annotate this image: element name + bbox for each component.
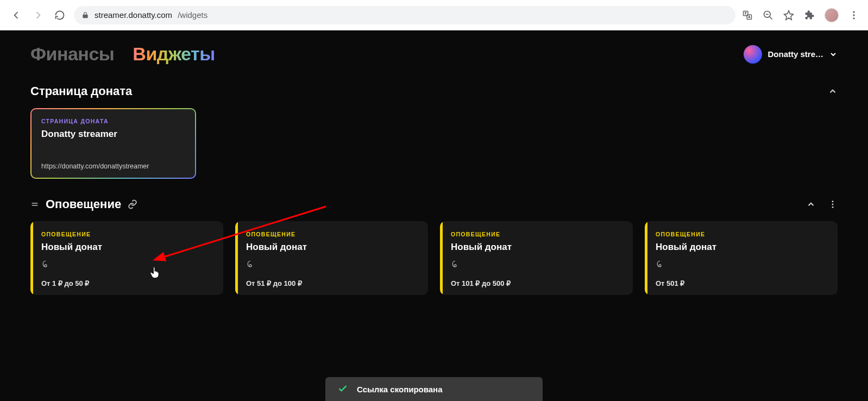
main-tabs: Финансы Виджеты [30, 43, 215, 65]
alert-card-title: Новый донат [656, 242, 827, 253]
copy-link-icon[interactable] [128, 199, 137, 209]
svg-point-7 [832, 204, 834, 205]
more-menu-icon[interactable] [828, 199, 838, 209]
browser-back-button[interactable] [9, 8, 24, 23]
drag-handle-icon[interactable] [30, 200, 39, 209]
donation-section-header: Страница доната [30, 84, 838, 98]
alert-card-range: От 1 ₽ до 50 ₽ [41, 279, 212, 287]
alert-cards-row: ОПОВЕЩЕНИЕ Новый донат От 1 ₽ до 50 ₽ ОП… [30, 221, 838, 295]
svg-point-6 [832, 200, 834, 202]
tab-widgets[interactable]: Виджеты [133, 43, 215, 65]
alert-card-title: Новый донат [41, 242, 212, 253]
donation-card-eyebrow: СТРАНИЦА ДОНАТА [41, 118, 185, 124]
toast-link-copied: Ссылка скопирована [325, 377, 543, 401]
zoom-out-icon[interactable] [763, 10, 773, 21]
donatty-icon [656, 260, 827, 271]
top-nav: Финансы Виджеты Donatty stre… [30, 43, 838, 65]
donatty-icon [451, 260, 622, 271]
extensions-icon[interactable] [804, 10, 815, 21]
alert-card[interactable]: ОПОВЕЩЕНИЕ Новый донат От 51 ₽ до 100 ₽ [235, 221, 428, 295]
alert-card-title: Новый донат [451, 242, 622, 253]
alert-section-title: Оповещение [46, 197, 121, 211]
alert-card-eyebrow: ОПОВЕЩЕНИЕ [246, 231, 417, 237]
lock-icon [81, 11, 89, 19]
donation-card-url: https://donatty.com/donattystreamer [41, 162, 185, 170]
alert-card[interactable]: ОПОВЕЩЕНИЕ Новый донат От 1 ₽ до 50 ₽ [30, 221, 223, 295]
browser-chrome: streamer.donatty.com/widgets [0, 0, 868, 30]
svg-point-4 [853, 14, 854, 16]
browser-url-bar[interactable]: streamer.donatty.com/widgets [74, 6, 735, 24]
browser-right-icons [742, 8, 859, 22]
toast-message: Ссылка скопирована [357, 385, 443, 394]
svg-point-8 [832, 206, 834, 208]
url-host: streamer.donatty.com [95, 10, 172, 20]
collapse-icon[interactable] [828, 86, 838, 96]
alert-card[interactable]: ОПОВЕЩЕНИЕ Новый донат От 101 ₽ до 500 ₽ [440, 221, 633, 295]
alert-card-eyebrow: ОПОВЕЩЕНИЕ [41, 231, 212, 237]
donatty-icon [41, 260, 212, 271]
alert-card-range: От 101 ₽ до 500 ₽ [451, 279, 622, 287]
collapse-icon[interactable] [806, 199, 816, 209]
star-icon[interactable] [783, 10, 794, 21]
donatty-icon [246, 260, 417, 271]
tab-finances[interactable]: Финансы [30, 43, 114, 65]
svg-point-3 [853, 11, 854, 12]
alert-card-range: От 51 ₽ до 100 ₽ [246, 279, 417, 287]
browser-reload-button[interactable] [52, 8, 67, 23]
donation-page-card[interactable]: СТРАНИЦА ДОНАТА Donatty streamer https:/… [30, 108, 196, 179]
alert-card-title: Новый донат [246, 242, 417, 253]
svg-point-5 [853, 17, 854, 19]
donation-card-title: Donatty streamer [41, 129, 185, 140]
alert-card-range: От 501 ₽ [656, 279, 827, 287]
alert-card[interactable]: ОПОВЕЩЕНИЕ Новый донат От 501 ₽ [645, 221, 838, 295]
browser-forward-button[interactable] [30, 8, 46, 23]
translate-icon[interactable] [742, 10, 753, 21]
user-avatar [744, 45, 762, 64]
user-menu[interactable]: Donatty stre… [744, 45, 838, 64]
browser-profile-avatar[interactable] [825, 8, 839, 22]
check-icon [337, 383, 348, 396]
donation-section-title: Страница доната [30, 84, 132, 98]
alert-card-eyebrow: ОПОВЕЩЕНИЕ [451, 231, 622, 237]
alert-section-header: Оповещение [30, 197, 838, 211]
url-path: /widgets [178, 10, 207, 20]
browser-menu-icon[interactable] [848, 10, 859, 21]
app-root: Финансы Виджеты Donatty stre… Страница д… [0, 30, 868, 401]
user-display-name: Donatty stre… [768, 49, 823, 59]
chevron-down-icon [829, 50, 838, 59]
alert-card-eyebrow: ОПОВЕЩЕНИЕ [656, 231, 827, 237]
